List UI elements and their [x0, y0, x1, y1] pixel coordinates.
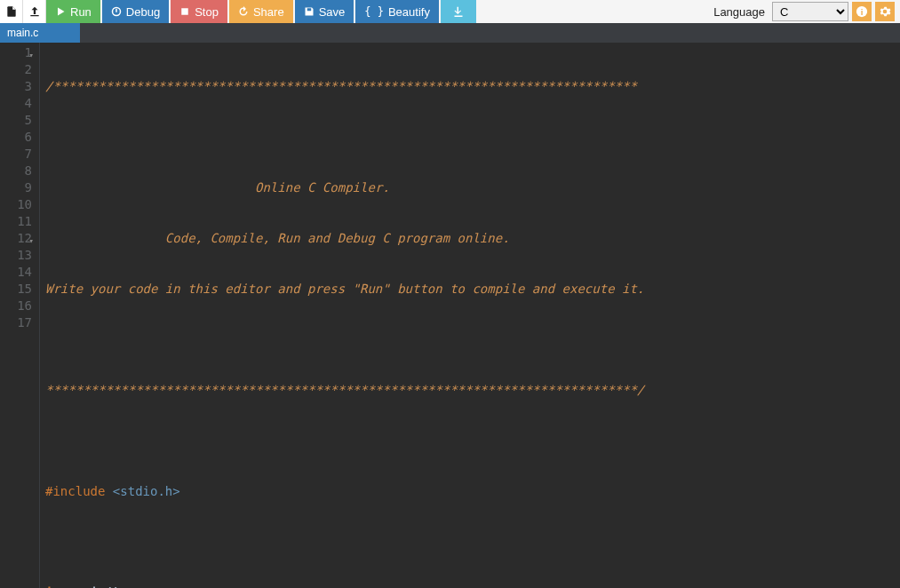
line-number: 11: [0, 213, 32, 230]
toolbar-right: Language C i: [713, 0, 900, 23]
run-label: Run: [70, 5, 92, 19]
beautify-button[interactable]: { } Beautify: [355, 0, 439, 23]
share-label: Share: [253, 5, 284, 19]
upload-icon: [28, 5, 41, 18]
line-number: 6: [0, 129, 32, 146]
language-select[interactable]: C: [772, 2, 848, 21]
save-icon: [304, 6, 315, 17]
line-number: 10: [0, 196, 32, 213]
code-text: [45, 180, 255, 195]
play-icon: [55, 6, 66, 17]
code-text: Online C Compiler.: [255, 180, 390, 195]
code-text: Code, Compile, Run and Debug C program o…: [165, 231, 510, 245]
toolbar: Run Debug Stop Share Save { } Beautify L…: [0, 0, 900, 23]
share-icon: [238, 6, 249, 17]
line-number: 13: [0, 247, 32, 264]
line-number: 12▾: [0, 230, 32, 247]
download-icon: [453, 6, 464, 17]
debug-label: Debug: [126, 5, 160, 19]
debug-icon: [111, 6, 122, 17]
code-text: [45, 231, 165, 245]
toolbar-left: Run Debug Stop Share Save { } Beautify: [0, 0, 478, 23]
info-icon: i: [856, 5, 868, 18]
svg-rect-2: [181, 8, 188, 15]
download-button[interactable]: [441, 0, 476, 23]
line-number: 4: [0, 95, 32, 112]
line-number: 7: [0, 146, 32, 163]
line-number: 14: [0, 264, 32, 281]
stop-label: Stop: [195, 5, 219, 19]
svg-rect-1: [115, 9, 117, 12]
save-label: Save: [319, 5, 346, 19]
code-area[interactable]: /***************************************…: [40, 43, 900, 588]
share-button[interactable]: Share: [229, 0, 293, 23]
line-number: 3: [0, 78, 32, 95]
code-text: Write your code in this editor and press…: [45, 282, 644, 296]
new-file-button[interactable]: [0, 0, 23, 23]
file-icon: [5, 5, 18, 18]
code-text: /***************************************…: [45, 79, 637, 93]
line-number: 15: [0, 281, 32, 298]
code-text: <stdio.h>: [113, 484, 180, 498]
stop-button[interactable]: Stop: [171, 0, 227, 23]
braces-icon: { }: [364, 5, 384, 18]
toolbar-spacer: [478, 0, 713, 23]
line-number: 2: [0, 61, 32, 78]
upload-button[interactable]: [23, 0, 46, 23]
stop-icon: [179, 6, 190, 17]
info-button[interactable]: i: [852, 2, 872, 21]
beautify-label: Beautify: [388, 5, 430, 19]
code-text: #include: [45, 484, 113, 498]
tab-main-c[interactable]: main.c: [0, 23, 80, 43]
line-number: 1▾: [0, 44, 32, 61]
line-number: 16: [0, 298, 32, 314]
gutter: 1▾ 2 3 4 5 6 7 8 9 10 11 12▾ 13 14 15 16…: [0, 43, 40, 588]
run-button[interactable]: Run: [46, 0, 100, 23]
save-button[interactable]: Save: [295, 0, 354, 23]
line-number: 9: [0, 179, 32, 196]
line-number: 5: [0, 112, 32, 129]
line-number: 8: [0, 163, 32, 179]
code-editor[interactable]: 1▾ 2 3 4 5 6 7 8 9 10 11 12▾ 13 14 15 16…: [0, 43, 900, 588]
gear-icon: [879, 5, 891, 18]
code-text: ****************************************…: [45, 383, 644, 397]
settings-button[interactable]: [875, 2, 895, 21]
line-number: 17: [0, 314, 32, 331]
tab-bar: main.c: [0, 23, 900, 43]
language-label: Language: [713, 5, 765, 19]
svg-text:i: i: [861, 7, 864, 17]
debug-button[interactable]: Debug: [102, 0, 169, 23]
tab-label: main.c: [7, 27, 38, 39]
